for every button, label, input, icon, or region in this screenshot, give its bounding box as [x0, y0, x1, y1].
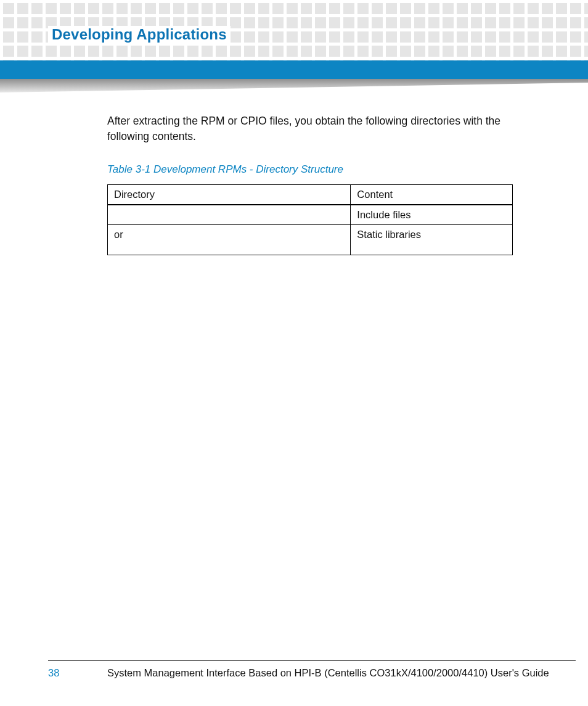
table-header-row: Directory Content: [108, 184, 513, 205]
table-header-content: Content: [351, 184, 513, 205]
page-number: 38: [48, 667, 107, 679]
content-area: After extracting the RPM or CPIO files, …: [107, 113, 542, 255]
cell-directory: [108, 205, 351, 225]
table-header-directory: Directory: [108, 184, 351, 205]
header-wedge-divider: [0, 79, 588, 96]
cell-directory: or: [108, 224, 351, 255]
intro-paragraph: After extracting the RPM or CPIO files, …: [107, 113, 542, 145]
svg-marker-0: [0, 79, 588, 92]
footer-doc-title: System Management Interface Based on HPI…: [107, 667, 576, 679]
directory-structure-table: Directory Content Include files or Stati…: [107, 184, 513, 255]
table-caption: Table 3-1 Development RPMs - Directory S…: [107, 163, 542, 176]
page-title: Developing Applications: [48, 26, 231, 43]
cell-content: Static libraries: [351, 224, 513, 255]
table-row: or Static libraries: [108, 224, 513, 255]
table-row: Include files: [108, 205, 513, 225]
cell-content: Include files: [351, 205, 513, 225]
page-footer: 38 System Management Interface Based on …: [48, 660, 576, 679]
header-blue-bar: [0, 60, 588, 79]
